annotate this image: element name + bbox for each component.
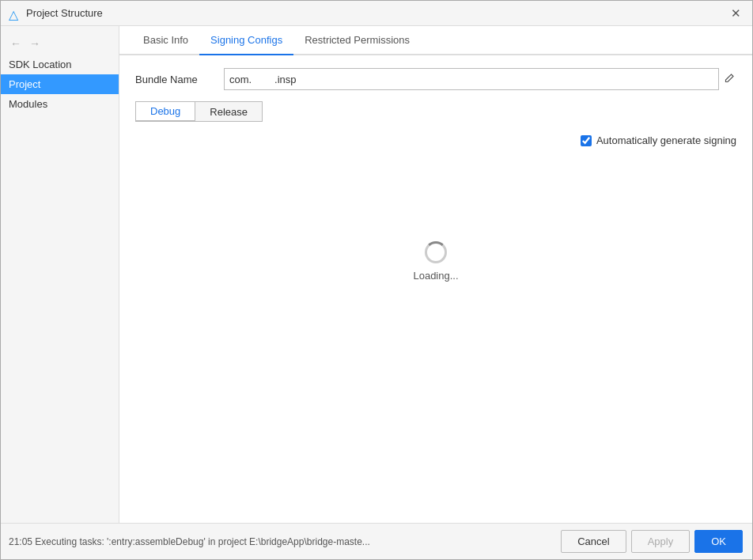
- bundle-name-input-wrap: [224, 68, 736, 90]
- bundle-name-row: Bundle Name: [135, 68, 736, 90]
- status-bar-text: 21:05 Executing tasks: ':entry:assembleD…: [1, 532, 551, 552]
- cancel-button[interactable]: Cancel: [561, 530, 626, 553]
- back-button[interactable]: ←: [7, 36, 25, 51]
- dialog-buttons: Cancel Apply OK: [551, 524, 752, 559]
- auto-signing-row: Automatically generate signing: [135, 134, 736, 146]
- content-area: Basic Info Signing Configs Restricted Pe…: [119, 26, 752, 523]
- tab-content-signing-configs: Bundle Name Debug Release: [119, 55, 752, 523]
- edit-bundle-name-button[interactable]: [722, 71, 736, 88]
- loading-area: Loading...: [135, 241, 736, 282]
- bundle-name-label: Bundle Name: [135, 74, 214, 85]
- tab-restricted-permissions[interactable]: Restricted Permissions: [293, 26, 421, 55]
- bundle-name-input[interactable]: [224, 68, 719, 90]
- sidebar-item-project[interactable]: Project: [1, 74, 119, 94]
- sidebar: ← → SDK Location Project Modules: [1, 26, 119, 523]
- loading-spinner: [425, 241, 447, 263]
- bottom-bar: 21:05 Executing tasks: ':entry:assembleD…: [1, 523, 752, 559]
- tabs-bar: Basic Info Signing Configs Restricted Pe…: [119, 26, 752, 55]
- config-tabs: Debug Release: [135, 101, 736, 122]
- project-structure-dialog: △ Project Structure ✕ ← → SDK Location P…: [0, 0, 753, 560]
- tab-signing-configs[interactable]: Signing Configs: [199, 26, 293, 55]
- config-tab-debug[interactable]: Debug: [135, 101, 195, 122]
- tab-basic-info[interactable]: Basic Info: [132, 26, 199, 55]
- sidebar-item-sdk-location[interactable]: SDK Location: [1, 55, 119, 74]
- app-icon: △: [9, 7, 21, 20]
- apply-button[interactable]: Apply: [631, 530, 691, 553]
- forward-button[interactable]: →: [26, 36, 44, 51]
- auto-signing-label[interactable]: Automatically generate signing: [596, 134, 736, 146]
- sidebar-navigation: ← →: [1, 32, 119, 55]
- config-tab-release[interactable]: Release: [195, 101, 263, 122]
- main-layout: ← → SDK Location Project Modules Basic I…: [1, 26, 752, 523]
- ok-button[interactable]: OK: [694, 530, 743, 553]
- sidebar-item-modules[interactable]: Modules: [1, 94, 119, 114]
- auto-signing-checkbox[interactable]: [581, 135, 592, 146]
- close-button[interactable]: ✕: [728, 6, 744, 21]
- title-bar-left: △ Project Structure: [9, 7, 103, 20]
- dialog-title: Project Structure: [26, 7, 103, 19]
- loading-text: Loading...: [413, 270, 458, 282]
- title-bar: △ Project Structure ✕: [1, 1, 752, 26]
